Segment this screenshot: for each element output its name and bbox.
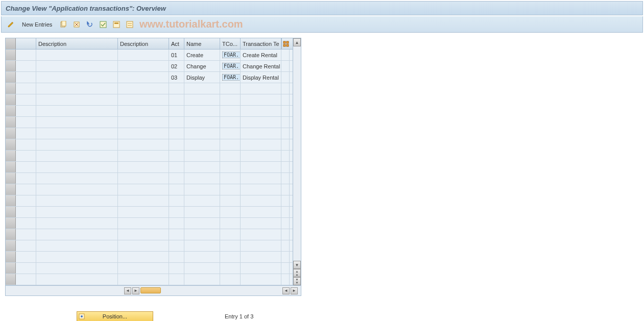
- svg-rect-12: [287, 41, 289, 43]
- cell-name[interactable]: Display: [184, 72, 220, 83]
- table-row[interactable]: [6, 106, 293, 117]
- cell-desc1[interactable]: [36, 50, 118, 60]
- header-name[interactable]: Name: [184, 38, 220, 49]
- cell-transaction-text[interactable]: Change Rental: [241, 61, 281, 71]
- scroll-page-down-icon[interactable]: ▼▼: [293, 277, 301, 285]
- row-selector[interactable]: [6, 128, 16, 139]
- hscroll-thumb[interactable]: [140, 287, 161, 293]
- delete-icon[interactable]: [71, 19, 82, 30]
- select-block-icon[interactable]: [111, 19, 122, 30]
- row-selector[interactable]: [6, 106, 16, 116]
- table-row[interactable]: 01CreateFOAR..Create Rental: [6, 50, 293, 61]
- cell-name[interactable]: Create: [184, 50, 220, 60]
- copy-icon[interactable]: [58, 19, 68, 30]
- table-row[interactable]: [6, 240, 293, 252]
- row-selector[interactable]: [6, 83, 16, 94]
- svg-rect-5: [100, 21, 106, 28]
- row-selector[interactable]: [6, 162, 16, 172]
- row-selector[interactable]: [6, 195, 16, 206]
- cell-activity[interactable]: 03: [169, 72, 184, 83]
- table-row[interactable]: [6, 195, 293, 207]
- new-entries-button[interactable]: New Entries: [19, 20, 55, 29]
- table-row[interactable]: [6, 274, 293, 285]
- table-row[interactable]: [6, 229, 293, 240]
- table-row[interactable]: [6, 117, 293, 128]
- hscroll-right-icon[interactable]: ►: [132, 287, 139, 294]
- header-id1[interactable]: [16, 38, 36, 49]
- cell-id1[interactable]: [16, 50, 36, 60]
- scroll-track[interactable]: [293, 46, 301, 261]
- row-selector[interactable]: [6, 207, 16, 217]
- table-settings-icon[interactable]: [281, 38, 290, 49]
- cell-transaction-text[interactable]: Create Rental: [241, 50, 281, 60]
- row-selector[interactable]: [6, 117, 16, 128]
- cell-activity[interactable]: 01: [169, 50, 184, 60]
- table-row[interactable]: [6, 151, 293, 162]
- row-selector[interactable]: [6, 139, 16, 150]
- cell-tcode[interactable]: FOAR..: [220, 72, 241, 83]
- cell-desc1[interactable]: [36, 61, 118, 71]
- position-icon: [78, 313, 85, 320]
- row-selector[interactable]: [6, 151, 16, 161]
- header-description-2[interactable]: Description: [118, 38, 169, 49]
- row-selector[interactable]: [6, 274, 16, 285]
- title-bar: Change View "Application transactions": …: [1, 1, 643, 15]
- cell-name[interactable]: Change: [184, 61, 220, 71]
- cell-desc1[interactable]: [36, 72, 118, 83]
- cell-desc2[interactable]: [118, 50, 169, 60]
- row-selector[interactable]: [6, 72, 16, 83]
- table-row[interactable]: 03DisplayFOAR..Display Rental: [6, 72, 293, 83]
- header-selector[interactable]: [6, 38, 16, 49]
- table-row[interactable]: [6, 139, 293, 151]
- row-selector[interactable]: [6, 61, 16, 71]
- table-row[interactable]: [6, 252, 293, 263]
- undo-icon[interactable]: [85, 19, 95, 30]
- scroll-up-icon[interactable]: ▲: [293, 38, 301, 46]
- toggle-edit-icon[interactable]: [6, 19, 16, 30]
- row-selector[interactable]: [6, 218, 16, 229]
- table-row[interactable]: [6, 128, 293, 139]
- vertical-scrollbar[interactable]: ▲ ▼ ▲▲ ▼▼: [293, 38, 301, 285]
- table-row[interactable]: [6, 173, 293, 184]
- svg-rect-7: [114, 22, 118, 24]
- deselect-all-icon[interactable]: [125, 19, 135, 30]
- select-all-icon[interactable]: [98, 19, 108, 30]
- svg-rect-14: [287, 44, 289, 46]
- table-row[interactable]: [6, 218, 293, 229]
- row-selector[interactable]: [6, 94, 16, 105]
- cell-tcode[interactable]: FOAR..: [220, 61, 241, 71]
- header-activity[interactable]: Act: [169, 38, 184, 49]
- row-selector[interactable]: [6, 173, 16, 184]
- cell-desc2[interactable]: [118, 72, 169, 83]
- table-row[interactable]: [6, 263, 293, 274]
- cell-id1[interactable]: [16, 72, 36, 83]
- table-row[interactable]: [6, 94, 293, 106]
- svg-rect-11: [283, 41, 285, 43]
- table-row[interactable]: 02ChangeFOAR..Change Rental: [6, 61, 293, 72]
- table-row[interactable]: [6, 83, 293, 94]
- table-row[interactable]: [6, 184, 293, 195]
- table-row[interactable]: [6, 162, 293, 173]
- hscroll-left2-icon[interactable]: ◄: [282, 287, 290, 294]
- scroll-page-up-icon[interactable]: ▲▲: [293, 269, 301, 277]
- scroll-down-icon[interactable]: ▼: [293, 261, 301, 269]
- table-row[interactable]: [6, 207, 293, 218]
- row-selector[interactable]: [6, 50, 16, 60]
- cell-id1[interactable]: [16, 61, 36, 71]
- header-tcode[interactable]: TCo...: [220, 38, 241, 49]
- hscroll-left-icon[interactable]: ◄: [124, 287, 131, 294]
- svg-rect-6: [113, 21, 120, 28]
- row-selector[interactable]: [6, 184, 16, 195]
- header-description-1[interactable]: Description: [36, 38, 118, 49]
- position-button[interactable]: Position...: [77, 311, 153, 321]
- cell-tcode[interactable]: FOAR..: [220, 50, 241, 60]
- row-selector[interactable]: [6, 240, 16, 251]
- row-selector[interactable]: [6, 252, 16, 262]
- row-selector[interactable]: [6, 229, 16, 240]
- cell-activity[interactable]: 02: [169, 61, 184, 71]
- row-selector[interactable]: [6, 263, 16, 274]
- cell-transaction-text[interactable]: Display Rental: [241, 72, 281, 83]
- hscroll-right2-icon[interactable]: ►: [291, 287, 298, 294]
- cell-desc2[interactable]: [118, 61, 169, 71]
- header-transaction-text[interactable]: Transaction Te: [241, 38, 281, 49]
